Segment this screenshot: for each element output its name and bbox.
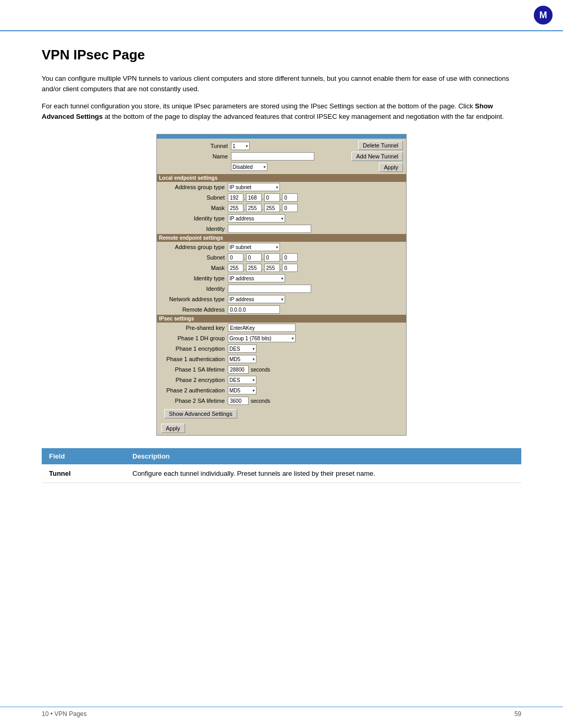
- phase2-auth-select[interactable]: MD5: [228, 386, 256, 394]
- add-new-tunnel-button[interactable]: Add New Tunnel: [351, 152, 403, 161]
- tunnel-header-row: Tunnel 1 Name Disabled: [157, 139, 406, 174]
- remote-mask-group: . . .: [228, 264, 298, 272]
- network-address-type-select[interactable]: IP address: [228, 295, 285, 303]
- local-subnet-3[interactable]: [264, 193, 280, 202]
- phase1-dh-row: Phase 1 DH group Group 1 (768 bits): [157, 333, 406, 343]
- disabled-select-wrapper: Disabled: [231, 163, 267, 171]
- tunnel-row: Tunnel 1: [160, 141, 351, 151]
- local-section-header: Local endpoint settings: [157, 174, 406, 182]
- tunnel-select-wrapper: 1: [231, 142, 250, 150]
- remote-address-group-type-select[interactable]: IP subnet: [228, 243, 280, 251]
- remote-address-group-type-row: Address group type IP subnet: [157, 242, 406, 252]
- phase2-enc-row: Phase 2 encryption DES: [157, 375, 406, 385]
- remote-section-header: Remote endpoint settings: [157, 234, 406, 242]
- phase1-sa-label: Phase 1 SA lifetime: [160, 366, 228, 373]
- description-table: Field Description Tunnel Configure each …: [42, 448, 521, 483]
- phase1-enc-select[interactable]: DES: [228, 344, 256, 353]
- table-header-row: Field Description: [42, 448, 521, 464]
- desc2-prefix: For each tunnel configuration you store,…: [42, 102, 475, 110]
- phase2-enc-label: Phase 2 encryption: [160, 377, 228, 383]
- local-address-group-type-label: Address group type: [160, 184, 228, 190]
- name-input[interactable]: [231, 152, 314, 161]
- preshared-key-input[interactable]: [228, 324, 296, 332]
- local-subnet-2[interactable]: [246, 193, 262, 202]
- local-mask-label: Mask: [160, 205, 228, 211]
- phase2-enc-select[interactable]: DES: [228, 376, 256, 384]
- footer-right: 59: [515, 710, 521, 718]
- remote-subnet-row: Subnet . . .: [157, 252, 406, 263]
- phase2-sa-input[interactable]: [228, 397, 249, 405]
- tunnel-label: Tunnel: [163, 143, 231, 149]
- description-paragraph-2: For each tunnel configuration you store,…: [42, 101, 521, 121]
- local-mask-4[interactable]: [282, 204, 298, 212]
- phase1-sa-unit: seconds: [251, 367, 270, 373]
- apply-btn-row: Apply: [157, 422, 406, 435]
- local-subnet-4[interactable]: [282, 193, 298, 202]
- phase1-sa-input[interactable]: [228, 365, 249, 374]
- preshared-key-label: Pre-shared key: [160, 325, 228, 331]
- apply-button-top[interactable]: Apply: [379, 163, 403, 172]
- remote-identity-label: Identity: [160, 286, 228, 292]
- phase1-auth-select[interactable]: MD5: [228, 355, 256, 363]
- phase2-auth-row: Phase 2 authentication MD5: [157, 385, 406, 396]
- page-footer: 10 • VPN Pages 59: [0, 707, 563, 718]
- remote-subnet-1[interactable]: [228, 253, 243, 262]
- local-address-group-type-select[interactable]: IP subnet: [228, 183, 280, 191]
- table-col-description: Description: [125, 448, 521, 464]
- local-identity-type-row: Identity type IP address: [157, 213, 406, 224]
- table-col-field: Field: [42, 448, 125, 464]
- disabled-row: Disabled: [160, 162, 351, 172]
- phase1-enc-row: Phase 1 encryption DES: [157, 343, 406, 354]
- phase1-dh-select[interactable]: Group 1 (768 bits): [228, 334, 296, 342]
- remote-mask-4[interactable]: [282, 264, 298, 272]
- remote-subnet-3[interactable]: [264, 253, 280, 262]
- network-address-type-label: Network address type: [160, 296, 228, 302]
- phase1-auth-row: Phase 1 authentication MD5: [157, 354, 406, 364]
- remote-mask-row: Mask . . .: [157, 263, 406, 273]
- remote-address-input[interactable]: [228, 305, 280, 314]
- local-subnet-1[interactable]: [228, 193, 243, 202]
- remote-identity-type-select[interactable]: IP address: [228, 274, 285, 282]
- local-mask-1[interactable]: [228, 204, 243, 212]
- local-subnet-label: Subnet: [160, 194, 228, 201]
- remote-identity-type-row: Identity type IP address: [157, 273, 406, 283]
- remote-address-label: Remote Address: [160, 306, 228, 313]
- local-identity-type-select[interactable]: IP address: [228, 214, 285, 223]
- preshared-key-row: Pre-shared key: [157, 323, 406, 333]
- local-subnet-group: . . .: [228, 193, 298, 202]
- disabled-select[interactable]: Disabled: [231, 163, 267, 171]
- table-cell-field: Tunnel: [42, 464, 125, 483]
- remote-identity-row: Identity: [157, 283, 406, 294]
- top-bar: M: [0, 0, 563, 31]
- show-advanced-button[interactable]: Show Advanced Settings: [164, 409, 237, 418]
- apply-button-bottom[interactable]: Apply: [161, 424, 185, 433]
- tunnel-select[interactable]: 1: [231, 142, 250, 150]
- motorola-logo: M: [534, 6, 553, 24]
- delete-tunnel-button[interactable]: Delete Tunnel: [358, 141, 403, 150]
- remote-identity-input[interactable]: [228, 285, 311, 293]
- local-mask-3[interactable]: [264, 204, 280, 212]
- form-header-bar: [157, 134, 406, 139]
- remote-subnet-2[interactable]: [246, 253, 262, 262]
- local-identity-type-label: Identity type: [160, 215, 228, 221]
- local-address-group-type-row: Address group type IP subnet: [157, 182, 406, 192]
- remote-subnet-label: Subnet: [160, 254, 228, 261]
- local-identity-input[interactable]: [228, 225, 311, 233]
- local-mask-row: Mask . . .: [157, 203, 406, 213]
- vpn-form: Tunnel 1 Name Disabled: [156, 134, 407, 436]
- remote-subnet-4[interactable]: [282, 253, 298, 262]
- local-mask-2[interactable]: [246, 204, 262, 212]
- name-label: Name: [163, 153, 231, 159]
- footer-left: 10 • VPN Pages: [42, 710, 87, 718]
- remote-address-row: Remote Address: [157, 304, 406, 315]
- phase2-auth-label: Phase 2 authentication: [160, 387, 228, 393]
- remote-mask-1[interactable]: [228, 264, 243, 272]
- phase2-sa-row: Phase 2 SA lifetime seconds: [157, 396, 406, 406]
- table-row: Tunnel Configure each tunnel individuall…: [42, 464, 521, 483]
- phase1-auth-label: Phase 1 authentication: [160, 356, 228, 362]
- remote-mask-2[interactable]: [246, 264, 262, 272]
- phase1-sa-row: Phase 1 SA lifetime seconds: [157, 364, 406, 375]
- remote-mask-label: Mask: [160, 265, 228, 271]
- remote-mask-3[interactable]: [264, 264, 280, 272]
- page-title: VPN IPsec Page: [42, 47, 521, 63]
